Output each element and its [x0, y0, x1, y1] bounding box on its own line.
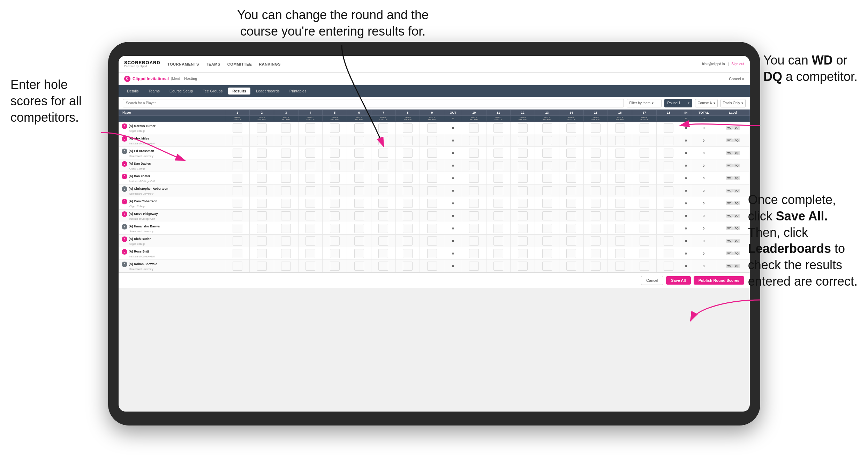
dq-button[interactable]: DQ	[733, 226, 740, 230]
tab-tee-groups[interactable]: Tee Groups	[198, 88, 227, 95]
hole-2-input[interactable]	[257, 161, 267, 170]
hole-17-input[interactable]	[640, 199, 649, 208]
hole-5-input[interactable]	[330, 123, 340, 133]
hole-11-input[interactable]	[493, 136, 503, 145]
hole-9-input[interactable]	[427, 149, 437, 158]
hole-14-input[interactable]	[566, 136, 576, 145]
hole-17-input[interactable]	[640, 236, 649, 246]
hole-14-input[interactable]	[566, 249, 576, 258]
totals-only-toggle[interactable]: Totals Only ▾	[720, 99, 746, 107]
hole-6-input[interactable]	[354, 249, 364, 258]
wd-button[interactable]: WD	[726, 164, 733, 167]
hole-4-input[interactable]	[305, 186, 315, 195]
nav-teams[interactable]: TEAMS	[206, 62, 220, 66]
hole-5-input[interactable]	[330, 262, 340, 271]
hole-13-input[interactable]	[542, 123, 552, 133]
hole-15-input[interactable]	[591, 174, 601, 183]
hole-12-input[interactable]	[518, 161, 528, 170]
hole-3-input[interactable]	[281, 211, 291, 220]
hole-7-input[interactable]	[378, 186, 388, 195]
hole-15-input[interactable]	[591, 199, 601, 208]
hole-11-input[interactable]	[493, 186, 503, 195]
hole-15-input[interactable]	[591, 161, 601, 170]
hole-14-input[interactable]	[566, 174, 576, 183]
hole-13-input[interactable]	[542, 211, 552, 220]
hole-16-input[interactable]	[615, 236, 625, 246]
hole-17-input[interactable]	[640, 174, 649, 183]
hole-15-input[interactable]	[591, 249, 601, 258]
wd-button[interactable]: WD	[726, 214, 733, 218]
filter-team-dropdown[interactable]: Filter by team ▾	[627, 99, 662, 107]
hole-7-input[interactable]	[378, 123, 388, 133]
hole-11-input[interactable]	[493, 211, 503, 220]
hole-8-input[interactable]	[403, 211, 413, 220]
hole-7-input[interactable]	[378, 249, 388, 258]
hole-14-input[interactable]	[566, 236, 576, 246]
hole-17-input[interactable]	[640, 136, 649, 145]
hole-12-input[interactable]	[518, 186, 528, 195]
search-input[interactable]	[123, 99, 624, 107]
hole-5-input[interactable]	[330, 186, 340, 195]
dq-button[interactable]: DQ	[733, 214, 740, 218]
wd-button[interactable]: WD	[726, 226, 733, 230]
tab-results[interactable]: Results	[228, 88, 250, 95]
hole-8-input[interactable]	[403, 136, 413, 145]
hole-12-input[interactable]	[518, 174, 528, 183]
hole-8-input[interactable]	[403, 262, 413, 271]
hole-16-input[interactable]	[615, 199, 625, 208]
hole-8-input[interactable]	[403, 186, 413, 195]
hole-15-input[interactable]	[591, 149, 601, 158]
hole-5-input[interactable]	[330, 236, 340, 246]
hole-17-input[interactable]	[640, 211, 649, 220]
hole-10-input[interactable]	[469, 186, 479, 195]
hole-9-input[interactable]	[427, 249, 437, 258]
hole-2-input[interactable]	[257, 236, 267, 246]
tab-teams[interactable]: Teams	[144, 88, 164, 95]
hole-6-input[interactable]	[354, 236, 364, 246]
hole-11-input[interactable]	[493, 149, 503, 158]
hole-11-input[interactable]	[493, 199, 503, 208]
hole-15-input[interactable]	[591, 123, 601, 133]
hole-4-input[interactable]	[305, 211, 315, 220]
hole-9-input[interactable]	[427, 161, 437, 170]
hole-3-input[interactable]	[281, 186, 291, 195]
hole-12-input[interactable]	[518, 123, 528, 133]
hole-12-input[interactable]	[518, 199, 528, 208]
hole-11-input[interactable]	[493, 236, 503, 246]
hole-14-input[interactable]	[566, 161, 576, 170]
hole-9-input[interactable]	[427, 262, 437, 271]
hole-18-input[interactable]	[664, 149, 673, 158]
hole-3-input[interactable]	[281, 199, 291, 208]
hole-18-input[interactable]	[664, 236, 673, 246]
hole-4-input[interactable]	[305, 123, 315, 133]
sign-out-link[interactable]: Sign out	[731, 62, 744, 66]
hole-1-input[interactable]	[233, 136, 242, 145]
hole-11-input[interactable]	[493, 262, 503, 271]
hole-4-input[interactable]	[305, 199, 315, 208]
hole-3-input[interactable]	[281, 262, 291, 271]
hole-17-input[interactable]	[640, 186, 649, 195]
tab-details[interactable]: Details	[123, 88, 143, 95]
hole-10-input[interactable]	[469, 262, 479, 271]
hole-1-input[interactable]	[233, 199, 242, 208]
dq-button[interactable]: DQ	[733, 201, 740, 205]
hole-16-input[interactable]	[615, 136, 625, 145]
hole-10-input[interactable]	[469, 174, 479, 183]
hole-10-input[interactable]	[469, 199, 479, 208]
hole-12-input[interactable]	[518, 262, 528, 271]
hole-14-input[interactable]	[566, 199, 576, 208]
hole-4-input[interactable]	[305, 249, 315, 258]
hole-5-input[interactable]	[330, 199, 340, 208]
wd-button[interactable]: WD	[726, 239, 733, 243]
hole-17-input[interactable]	[640, 224, 649, 233]
hole-18-input[interactable]	[664, 224, 673, 233]
hole-2-input[interactable]	[257, 149, 267, 158]
hole-8-input[interactable]	[403, 199, 413, 208]
hole-15-input[interactable]	[591, 186, 601, 195]
hole-6-input[interactable]	[354, 262, 364, 271]
round-dropdown[interactable]: Round 1 ▾	[664, 99, 692, 107]
wd-button[interactable]: WD	[726, 251, 733, 255]
hole-1-input[interactable]	[233, 174, 242, 183]
hole-13-input[interactable]	[542, 186, 552, 195]
hole-10-input[interactable]	[469, 249, 479, 258]
